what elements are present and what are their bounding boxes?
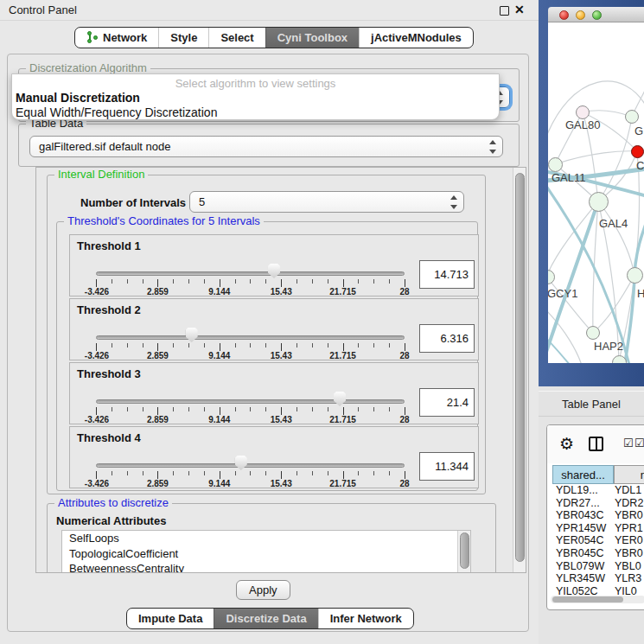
tab-infer-network[interactable]: Infer Network xyxy=(318,609,413,628)
list-item[interactable]: SelfLoops xyxy=(62,531,470,546)
gear-icon[interactable]: ⚙ xyxy=(559,434,574,454)
panel-scrollbar-thumb[interactable] xyxy=(515,173,525,562)
threshold-2-value-field[interactable]: 6.316 xyxy=(419,324,475,353)
threshold-1-slider[interactable] xyxy=(96,271,405,276)
table-row[interactable]: YDL19...YDL1 xyxy=(552,484,644,497)
list-scrollbar[interactable] xyxy=(457,531,470,573)
apply-button[interactable]: Apply xyxy=(236,580,290,600)
table-row[interactable]: YDR27...YDR2 xyxy=(552,497,644,510)
checkbox-icon[interactable]: ☑ xyxy=(634,437,644,450)
window-minimize-icon[interactable] xyxy=(576,10,585,20)
threshold-3-panel: Threshold 3 -3.4262.8599.144 15.4321.715… xyxy=(69,362,479,424)
table-panel-title: Table Panel xyxy=(562,398,621,411)
tab-style[interactable]: Style xyxy=(158,28,208,48)
number-of-intervals-combobox[interactable]: 5 xyxy=(189,191,464,213)
node-gal4[interactable] xyxy=(589,192,609,212)
node-top-right[interactable] xyxy=(625,110,639,124)
checkbox-icon[interactable]: ☑ xyxy=(623,437,634,450)
threshold-4-panel: Threshold 4 -3.4262.8599.144 15.4321.715… xyxy=(69,426,479,488)
top-tab-bar: Network Style Select Cyni Toolbox jActiv… xyxy=(74,27,474,48)
column-layout-icon[interactable] xyxy=(589,437,603,451)
table-row[interactable]: YBR043CYBR0 xyxy=(552,509,644,522)
attributes-group-title: Attributes to discretize xyxy=(54,497,172,509)
node-selected-red[interactable] xyxy=(631,145,644,158)
tab-style-label: Style xyxy=(170,31,197,44)
column-header-shared-name[interactable]: shared... xyxy=(552,465,614,484)
tab-network[interactable]: Network xyxy=(75,28,158,48)
network-window-titlebar[interactable] xyxy=(548,7,644,22)
network-view-window: GAL80 G C GAL11 GAL4 GCY1 H HAP2 xyxy=(539,0,644,386)
tab-infer-network-label: Infer Network xyxy=(330,612,402,625)
tab-select[interactable]: Select xyxy=(208,28,265,48)
threshold-4-value-field[interactable]: 11.344 xyxy=(419,452,475,481)
window-zoom-icon[interactable] xyxy=(592,10,602,20)
table-row[interactable]: YER054CYER0 xyxy=(552,534,644,547)
list-scrollbar-thumb[interactable] xyxy=(460,532,469,569)
menu-item-manual-discretization[interactable]: Manual Discretization xyxy=(16,91,140,105)
threshold-2-panel: Threshold 2 -3.4262.8599.144 15.4321.715… xyxy=(69,298,479,360)
table-data-combobox[interactable]: galFiltered.sif default node xyxy=(29,136,503,157)
cyni-panel: Discretization Algorithm Table Data galF… xyxy=(7,54,529,632)
threshold-1-value-field[interactable]: 14.713 xyxy=(419,260,475,289)
list-item[interactable]: BetweennessCentrality xyxy=(62,561,470,573)
network-icon xyxy=(86,31,98,44)
bottom-tab-bar: Impute Data Discretize Data Infer Networ… xyxy=(126,608,414,629)
node-label-gal11: GAL11 xyxy=(552,171,586,184)
table-row[interactable]: YIL052CYIL0 xyxy=(552,585,644,595)
menu-item-equal-width-frequency[interactable]: Equal Width/Frequency Discretization xyxy=(16,105,217,119)
tab-impute-data[interactable]: Impute Data xyxy=(127,609,214,628)
numerical-attributes-list[interactable]: SelfLoops TopologicalCoefficient Between… xyxy=(61,530,471,573)
threshold-1-label: Threshold 1 xyxy=(77,239,141,252)
threshold-1-panel: Threshold 1 -3.4262.8599.144 15.4321.715… xyxy=(69,234,479,296)
panel-scrollbar[interactable] xyxy=(513,168,526,573)
tab-cyni-toolbox[interactable]: Cyni Toolbox xyxy=(265,28,359,48)
node-hap2[interactable] xyxy=(586,326,600,340)
float-window-icon[interactable] xyxy=(500,6,509,16)
column-header-name[interactable]: na xyxy=(614,465,644,484)
slider-scale-labels: -3.4262.8599.144 15.4321.71528 xyxy=(96,287,405,297)
node-gal80[interactable] xyxy=(576,105,590,119)
node-gal11[interactable] xyxy=(548,157,563,172)
table-row[interactable]: YBL079WYBL0 xyxy=(552,560,644,573)
slider-scale-labels: -3.4262.8599.144 15.4321.71528 xyxy=(96,351,405,361)
table-panel: ⚙ ☑ ☑ shared... na YDL19...YDL1 YDR27...… xyxy=(546,424,644,610)
tab-jactivemnodules[interactable]: jActiveMNodules xyxy=(359,28,473,48)
network-canvas[interactable]: GAL80 G C GAL11 GAL4 GCY1 H HAP2 xyxy=(548,22,644,363)
control-panel-title: Control Panel xyxy=(9,3,77,16)
table-row[interactable]: YPR145WYPR1 xyxy=(552,522,644,535)
slider-major-ticks xyxy=(96,279,405,287)
algorithm-dropdown-popup: Select algorithm to view settings Manual… xyxy=(11,73,500,120)
threshold-2-slider[interactable] xyxy=(96,335,405,340)
tab-network-label: Network xyxy=(103,31,147,44)
table-header-row: shared... na xyxy=(552,465,644,484)
table-row[interactable]: YBR045CYBR0 xyxy=(552,547,644,560)
list-item[interactable]: TopologicalCoefficient xyxy=(62,546,470,562)
tab-discretize-data[interactable]: Discretize Data xyxy=(214,609,317,628)
discretization-algorithm-group-title: Discretization Algorithm xyxy=(26,62,150,74)
tab-discretize-data-label: Discretize Data xyxy=(226,612,306,625)
table-row[interactable]: YLR345WYLR3 xyxy=(552,572,644,585)
thresholds-group: Threshold's Coordinates for 5 Intervals … xyxy=(56,221,478,491)
interval-definition-group-title: Interval Definition xyxy=(54,169,148,181)
table-horizontal-scrollbar[interactable] xyxy=(551,596,644,603)
slider-major-ticks xyxy=(96,407,405,415)
settings-scroll-area: Interval Definition Number of Intervals … xyxy=(35,167,526,573)
threshold-4-label: Threshold 4 xyxy=(77,431,141,444)
table-horizontal-scrollbar-thumb[interactable] xyxy=(552,596,623,603)
threshold-2-label: Threshold 2 xyxy=(77,303,141,316)
close-icon[interactable]: ✕ xyxy=(514,3,525,16)
node-h[interactable] xyxy=(627,267,643,284)
number-of-intervals-label: Number of Intervals xyxy=(80,196,186,209)
threshold-3-value-field[interactable]: 21.4 xyxy=(419,388,475,417)
table-panel-header: Table Panel xyxy=(539,391,644,417)
node-label-h: H xyxy=(637,287,644,300)
slider-major-ticks xyxy=(96,471,405,479)
app-root: Control Panel ✕ Network Style Select Cyn… xyxy=(0,0,644,644)
threshold-4-slider[interactable] xyxy=(96,463,405,468)
node-label-gal80: GAL80 xyxy=(565,118,600,131)
control-panel: Control Panel ✕ Network Style Select Cyn… xyxy=(0,0,539,644)
slider-scale-labels: -3.4262.8599.144 15.4321.71528 xyxy=(96,479,405,489)
interval-definition-group: Interval Definition Number of Intervals … xyxy=(47,175,486,494)
threshold-3-slider[interactable] xyxy=(96,399,405,404)
window-close-icon[interactable] xyxy=(559,10,569,20)
